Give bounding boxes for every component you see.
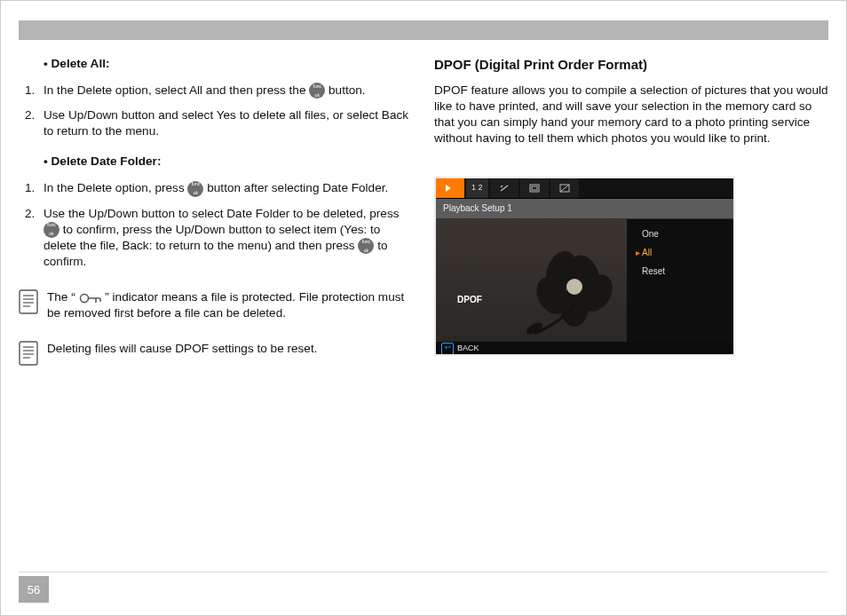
svg-rect-0 xyxy=(20,290,37,313)
func-ok-icon: funcok xyxy=(358,238,374,254)
svg-marker-14 xyxy=(446,185,451,192)
back-icon: ↩ xyxy=(441,343,454,355)
note-text: The “ ” indicator means a file is protec… xyxy=(47,289,413,321)
note-icon xyxy=(19,289,38,314)
note-dpof-reset: Deleting files will cause DPOF settings … xyxy=(19,341,413,366)
list-item: In the Delete option, press funcok butto… xyxy=(38,180,413,196)
list-item: In the Delete option, select All and the… xyxy=(38,83,413,99)
ss-header: Playback Setup 1 xyxy=(436,199,733,219)
protect-key-icon xyxy=(79,292,102,304)
svg-point-26 xyxy=(525,320,544,335)
text: In the Delete option, press xyxy=(44,181,187,194)
left-column: • Delete All: In the Delete option, sele… xyxy=(19,56,413,366)
delete-all-title: • Delete All: xyxy=(44,56,413,72)
right-column: DPOF (Digital Print Order Format) DPOF f… xyxy=(434,56,828,366)
ss-footer-label: BACK xyxy=(457,344,479,354)
func-ok-icon: funcok xyxy=(44,222,59,238)
ss-menu-one: ▸One xyxy=(627,225,733,243)
text: to confirm, press the Up/Down button to … xyxy=(44,223,380,252)
camera-screenshot: 1 2 Playback Setup 1 DPOF xyxy=(434,177,735,356)
ss-footer: ↩ BACK xyxy=(436,342,733,356)
svg-line-19 xyxy=(560,185,569,192)
ss-left-panel: DPOF xyxy=(436,219,627,342)
list-item: Use the Up/Down button to select Date Fo… xyxy=(38,206,413,271)
text: Use the Up/Down button to select Date Fo… xyxy=(44,207,400,220)
dpof-paragraph: DPOF feature allows you to compile a sel… xyxy=(434,83,828,146)
ss-dpof-label: DPOF xyxy=(457,294,482,305)
note-protected: The “ ” indicator means a file is protec… xyxy=(19,289,413,321)
ss-body: DPOF xyxy=(436,219,733,342)
list-item: Use Up/Down button and select Yes to del… xyxy=(38,107,413,139)
note-icon xyxy=(19,341,38,366)
ss-tab-play xyxy=(436,178,464,198)
header-bar xyxy=(19,20,828,40)
page-number: 56 xyxy=(19,576,49,603)
footer-rule xyxy=(19,572,828,573)
delete-all-steps: In the Delete option, select All and the… xyxy=(19,83,413,139)
text: button after selecting Date Folder. xyxy=(207,181,388,194)
ss-tab-card xyxy=(520,178,549,198)
func-ok-icon: funcok xyxy=(309,83,325,99)
dpof-heading: DPOF (Digital Print Order Format) xyxy=(434,56,828,74)
note-text: Deleting files will cause DPOF settings … xyxy=(47,341,317,357)
svg-rect-9 xyxy=(20,342,37,365)
ss-tab-bar: 1 2 xyxy=(436,178,733,199)
ss-tab-adjust xyxy=(550,178,579,198)
svg-point-25 xyxy=(566,279,582,295)
text: The “ xyxy=(47,290,75,304)
ss-tab-numbers: 1 2 xyxy=(466,178,488,198)
svg-rect-17 xyxy=(532,186,537,190)
func-ok-icon: funcok xyxy=(187,181,203,197)
ss-menu-reset: ▸Reset xyxy=(627,262,733,280)
ss-tab-tool xyxy=(490,178,518,198)
delete-date-steps: In the Delete option, press funcok butto… xyxy=(19,180,413,270)
ss-menu-all: ▸All xyxy=(627,243,733,262)
ss-menu: ▸One ▸All ▸Reset xyxy=(627,219,733,342)
flower-graphic xyxy=(499,238,632,340)
text: In the Delete option, select All and the… xyxy=(44,83,309,97)
delete-date-title: • Delete Date Folder: xyxy=(44,154,413,170)
svg-point-5 xyxy=(80,294,88,302)
text: button. xyxy=(329,83,366,97)
